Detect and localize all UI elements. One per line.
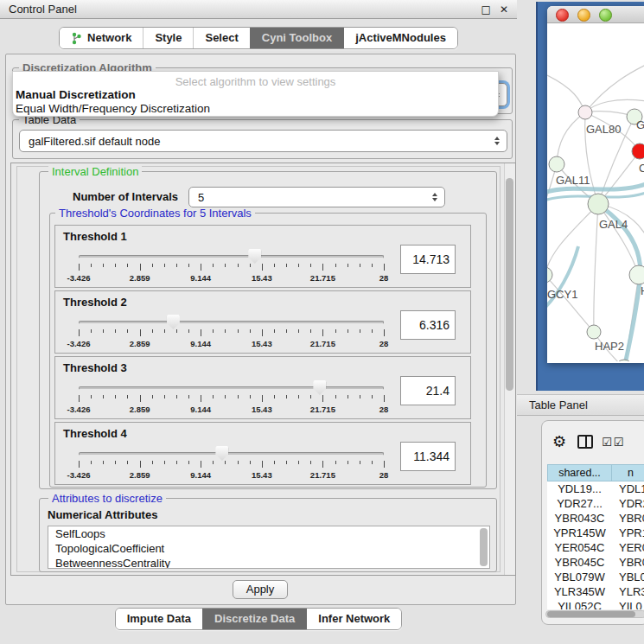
- node-label: H: [641, 284, 644, 297]
- network-canvas[interactable]: GAL80GAL11GAL4GCY1HHAP2GAC: [547, 23, 644, 361]
- table-cell: YBR0: [612, 555, 644, 570]
- table-cell: YLR345W: [547, 584, 612, 599]
- num-intervals-label: Number of Intervals: [73, 190, 178, 203]
- attributes-scrollbar-thumb[interactable]: [480, 528, 488, 566]
- table-cell: YDL19...: [547, 481, 612, 496]
- checkbox-icon[interactable]: ☑: [602, 437, 612, 448]
- tab-infer-network[interactable]: Infer Network: [306, 609, 401, 629]
- threshold-value-box[interactable]: 6.316: [400, 310, 456, 340]
- network-node-h[interactable]: [629, 265, 644, 284]
- slider-track[interactable]: [79, 321, 384, 324]
- num-intervals-value: 5: [198, 191, 204, 204]
- tab-label: Infer Network: [318, 609, 390, 629]
- slider-track[interactable]: [79, 386, 384, 390]
- settings-scrollbar-thumb[interactable]: [506, 178, 513, 391]
- table-cell: YIL0: [612, 599, 644, 609]
- table-cell: YDL1: [612, 481, 644, 496]
- algorithm-option[interactable]: Equal Width/Frequency Discretization: [13, 102, 498, 116]
- attribute-item[interactable]: BetweennessCentrality: [48, 556, 489, 569]
- interval-definition-label: Interval Definition: [48, 166, 142, 177]
- table-hscrollbar-thumb[interactable]: [547, 611, 635, 617]
- tab-label: Style: [155, 28, 182, 48]
- threshold-value-box[interactable]: 21.4: [400, 376, 456, 405]
- slider-thumb[interactable]: [248, 249, 261, 264]
- apply-button[interactable]: Apply: [233, 580, 288, 599]
- slider-thumb[interactable]: [313, 380, 326, 395]
- control-panel-titlebar: Control Panel □ ✕: [0, 0, 517, 19]
- table-row[interactable]: YIL052CYIL0: [547, 599, 644, 609]
- top-tab-bar-wrap: NetworkStyleSelectCyni ToolboxjActiveMNo…: [0, 27, 517, 49]
- slider-track[interactable]: [79, 255, 384, 258]
- bottom-tab-bar-wrap: Impute DataDiscretize DataInfer Network: [0, 608, 517, 630]
- num-intervals-combobox[interactable]: 5: [188, 187, 445, 207]
- mac-zoom-button[interactable]: [599, 9, 612, 22]
- network-node-gal11[interactable]: [549, 156, 564, 172]
- slider-thumb[interactable]: [215, 446, 228, 461]
- table-row[interactable]: YBR043CYBR0: [547, 511, 644, 526]
- mac-minimize-button[interactable]: [577, 9, 590, 22]
- network-window-titlebar: [547, 6, 644, 23]
- table-row[interactable]: YPR145WYPR1: [547, 526, 644, 540]
- checkbox-icon[interactable]: ☑: [614, 437, 624, 448]
- tab-jactivemnodules[interactable]: jActiveMNodules: [343, 28, 457, 48]
- close-panel-icon[interactable]: ✕: [500, 4, 508, 15]
- network-node-gal80[interactable]: [578, 105, 592, 119]
- table-row[interactable]: YLR345WYLR3: [547, 584, 644, 599]
- table-row[interactable]: YBR045CYBR0: [547, 555, 644, 570]
- slider-scale-labels: -3.4262.8599.14415.4321.71528: [79, 339, 384, 348]
- algorithm-option[interactable]: Manual Discretization: [13, 88, 498, 102]
- table-row[interactable]: YER054CYER0: [547, 540, 644, 555]
- gear-icon[interactable]: ⚙: [552, 434, 566, 450]
- table-cell: YDR27...: [547, 496, 612, 511]
- table-cell: YER0: [612, 540, 644, 555]
- table-horizontal-scrollbar[interactable]: [545, 610, 644, 618]
- threshold-value-box[interactable]: 11.344: [400, 442, 456, 471]
- table-panel-toolbar: ⚙ ☑ ☑: [542, 430, 644, 454]
- table-row[interactable]: YDL19...YDL1: [547, 481, 644, 496]
- float-window-icon[interactable]: □: [481, 4, 491, 15]
- mac-close-button[interactable]: [556, 9, 569, 22]
- tab-cyni-toolbox[interactable]: Cyni Toolbox: [250, 28, 343, 48]
- control-panel-title: Control Panel: [9, 3, 473, 16]
- node-label: GCY1: [547, 288, 577, 301]
- slider-thumb[interactable]: [167, 315, 180, 329]
- table-cell: YPR145W: [547, 526, 612, 540]
- table-cell: YIL052C: [547, 599, 612, 609]
- table-data-combobox[interactable]: galFiltered.sif default node: [19, 130, 507, 152]
- network-node-hap2[interactable]: [587, 325, 601, 339]
- threshold-box: Threshold 3 -3.4262.8599.14415.4321.7152…: [54, 356, 471, 419]
- node-label: GAL80: [586, 123, 621, 136]
- numerical-attributes-list[interactable]: SelfLoopsTopologicalCoefficientBetweenne…: [48, 526, 490, 569]
- tab-network[interactable]: Network: [60, 28, 143, 48]
- combo-stepper-icon: [494, 137, 500, 145]
- node-table: shared... n YDL19...YDL1YDR27...YDR2YBR0…: [547, 464, 644, 609]
- table-panel-container: ⚙ ☑ ☑ shared... n YDL19...YDL1YDR27...YD…: [541, 420, 644, 625]
- column-header-name[interactable]: n: [612, 464, 644, 481]
- split-table-icon[interactable]: [577, 435, 593, 449]
- network-view-window[interactable]: GAL80GAL11GAL4GCY1HHAP2GAC: [547, 6, 644, 363]
- tab-select[interactable]: Select: [193, 28, 249, 48]
- network-node-gal4[interactable]: [588, 194, 609, 214]
- threshold-value-box[interactable]: 14.713: [400, 245, 456, 274]
- node-label-partial: GA: [636, 118, 644, 131]
- table-row[interactable]: YBL079WYBL0: [547, 570, 644, 584]
- tab-impute-data[interactable]: Impute Data: [116, 609, 202, 629]
- network-node[interactable]: [632, 143, 644, 159]
- attribute-item[interactable]: SelfLoops: [48, 526, 489, 541]
- threshold-box: Threshold 1 -3.4262.8599.14415.4321.7152…: [54, 225, 471, 288]
- right-column: GAL80GAL11GAL4GCY1HHAP2GAC Table Panel ⚙…: [517, 0, 644, 644]
- table-cell: YBR0: [612, 511, 644, 526]
- slider-track[interactable]: [79, 452, 384, 456]
- node-table-header: shared... n: [547, 464, 644, 481]
- network-node-gcy1[interactable]: [547, 267, 552, 283]
- slider-scale-labels: -3.4262.8599.14415.4321.71528: [79, 470, 384, 480]
- column-header-shared-name[interactable]: shared...: [547, 464, 612, 481]
- table-row[interactable]: YDR27...YDR2: [547, 496, 644, 511]
- network-node[interactable]: [615, 360, 633, 361]
- network-desktop: GAL80GAL11GAL4GCY1HHAP2GAC: [536, 2, 644, 391]
- table-cell: YBR043C: [547, 511, 612, 526]
- table-panel-titlebar: Table Panel: [517, 394, 644, 416]
- tab-discretize-data[interactable]: Discretize Data: [202, 609, 306, 629]
- attribute-item[interactable]: TopologicalCoefficient: [48, 541, 489, 556]
- tab-style[interactable]: Style: [143, 28, 193, 48]
